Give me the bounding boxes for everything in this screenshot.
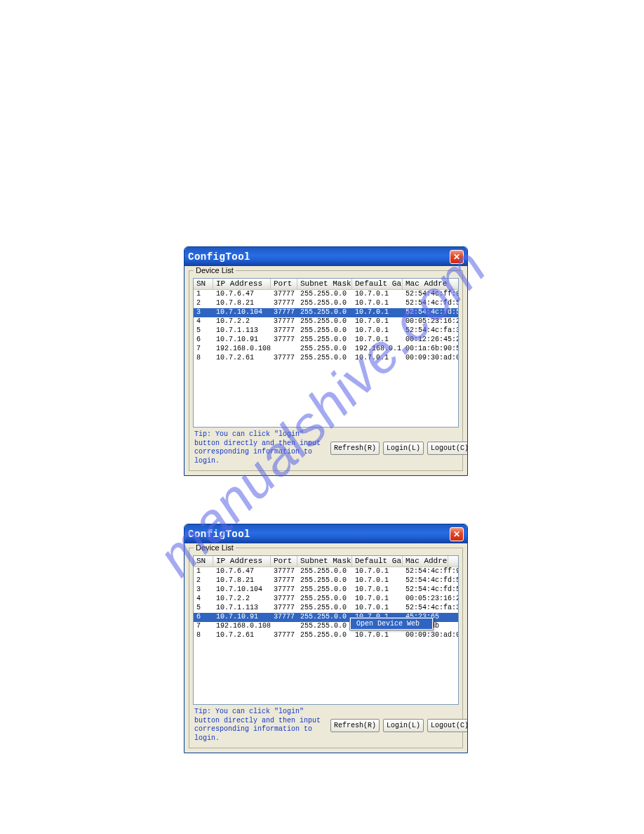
table-cell: 255.255.0.0 [297, 345, 352, 354]
table-cell: 10.7.0.1 [352, 299, 403, 308]
table-cell: 37777 [271, 354, 297, 363]
config-tool-window: ConfigTool ✕ Device List SN IP Address P… [184, 524, 468, 753]
table-cell: 255.255.0.0 [297, 622, 352, 631]
table-cell: 52:54:4c:ff:90:5d [403, 567, 458, 576]
table-row[interactable]: 410.7.2.237777255.255.0.010.7.0.100:05:2… [194, 595, 458, 604]
login-button[interactable]: Login(L) [383, 719, 424, 732]
table-cell: 00:09:30:ad:00:12 [403, 354, 458, 363]
group-label: Device List [194, 543, 236, 552]
header-mask[interactable]: Subnet Mask [297, 279, 352, 289]
refresh-button[interactable]: Refresh(R) [330, 719, 380, 732]
table-cell: 52:54:4c:fa:35:37 [403, 604, 458, 613]
table-row[interactable]: 310.7.10.10437777255.255.0.010.7.0.152:5… [194, 308, 458, 317]
table-cell: 37777 [271, 595, 297, 604]
table-cell: 255.255.0.0 [297, 576, 352, 585]
table-cell: 8 [194, 354, 213, 363]
header-port[interactable]: Port [271, 556, 297, 567]
table-cell: 255.255.0.0 [297, 326, 352, 336]
table-cell: 52:54:4c:fa:35:37 [403, 326, 458, 336]
table-cell: 52:54:4c:fd:58:51 [403, 585, 458, 595]
table-row[interactable]: 510.7.1.11337777255.255.0.010.7.0.152:54… [194, 604, 458, 613]
device-list[interactable]: SN IP Address Port Subnet Mask Default G… [193, 555, 459, 705]
table-row[interactable]: 210.7.8.2137777255.255.0.010.7.0.152:54:… [194, 299, 458, 308]
table-cell: 10.7.6.47 [213, 290, 271, 299]
device-list[interactable]: SN IP Address Port Subnet Mask Default G… [193, 278, 459, 428]
table-cell: 00:09:30:ad:00:12 [403, 631, 458, 640]
close-icon[interactable]: ✕ [450, 527, 464, 541]
header-ip[interactable]: IP Address [213, 556, 271, 567]
close-icon[interactable]: ✕ [450, 250, 464, 264]
table-row[interactable]: 810.7.2.6137777255.255.0.010.7.0.100:09:… [194, 631, 458, 640]
table-row[interactable]: 810.7.2.6137777255.255.0.010.7.0.100:09:… [194, 354, 458, 363]
header-sn[interactable]: SN [194, 279, 213, 289]
logout-button[interactable]: Logout(C) [427, 442, 468, 455]
table-row[interactable]: 210.7.8.2137777255.255.0.010.7.0.152:54:… [194, 576, 458, 585]
tip-text: Tip: You can click "login" button direct… [194, 708, 328, 743]
header-mac[interactable]: Mac Address [403, 279, 448, 289]
table-cell: 10.7.10.91 [213, 336, 271, 345]
context-menu[interactable]: Open Device Web [349, 617, 434, 630]
table-cell: 255.255.0.0 [297, 595, 352, 604]
table-cell: 10.7.0.1 [352, 576, 403, 585]
header-port[interactable]: Port [271, 279, 297, 289]
button-bar: Refresh(R) Login(L) Logout(C) [330, 719, 468, 732]
header-sn[interactable]: SN [194, 556, 213, 567]
table-cell: 3 [194, 308, 213, 317]
table-row[interactable]: 110.7.6.4737777255.255.0.010.7.0.152:54:… [194, 290, 458, 299]
table-cell: 2 [194, 299, 213, 308]
device-list-group: Device List SN IP Address Port Subnet Ma… [189, 270, 463, 471]
refresh-button[interactable]: Refresh(R) [330, 442, 380, 455]
table-cell: 37777 [271, 613, 297, 622]
title-bar[interactable]: ConfigTool ✕ [185, 247, 467, 266]
table-cell: 52:54:4c:fd:58:51 [403, 308, 458, 317]
table-cell: 255.255.0.0 [297, 317, 352, 326]
header-mac[interactable]: Mac Address [403, 556, 448, 567]
table-cell: 10.7.0.1 [352, 604, 403, 613]
table-cell: 10.7.0.1 [352, 354, 403, 363]
table-cell: 8 [194, 631, 213, 640]
table-cell: 255.255.0.0 [297, 354, 352, 363]
table-cell: 4 [194, 595, 213, 604]
logout-button[interactable]: Logout(C) [427, 719, 468, 732]
table-cell: 37777 [271, 336, 297, 345]
table-cell: 10.7.0.1 [352, 336, 403, 345]
table-row[interactable]: 510.7.1.11337777255.255.0.010.7.0.152:54… [194, 326, 458, 336]
table-cell: 255.255.0.0 [297, 585, 352, 595]
table-cell: 10.7.10.91 [213, 613, 271, 622]
table-cell: 255.255.0.0 [297, 631, 352, 640]
table-cell: 37777 [271, 631, 297, 640]
table-cell: 255.255.0.0 [297, 290, 352, 299]
table-cell [271, 622, 297, 631]
group-label: Device List [194, 266, 236, 274]
table-cell: 255.255.0.0 [297, 299, 352, 308]
table-row[interactable]: 7192.168.0.108255.255.0.0192.168.0.100:1… [194, 345, 458, 354]
header-gateway[interactable]: Default Gat... [352, 279, 403, 289]
table-cell: 7 [194, 345, 213, 354]
table-row[interactable]: 110.7.6.4737777255.255.0.010.7.0.152:54:… [194, 567, 458, 576]
header-gateway[interactable]: Default Gat... [352, 556, 403, 567]
table-cell: 37777 [271, 308, 297, 317]
table-cell: 192.168.0.108 [213, 622, 271, 631]
table-cell: 00:1a:6b:90:57:db [403, 345, 458, 354]
header-ip[interactable]: IP Address [213, 279, 271, 289]
table-cell: 00:12:26:45:23:65 [403, 336, 458, 345]
table-cell: 00:05:23:16:24:48 [403, 317, 458, 326]
table-row[interactable]: 410.7.2.237777255.255.0.010.7.0.100:05:2… [194, 317, 458, 326]
table-cell: 37777 [271, 576, 297, 585]
config-tool-window: ConfigTool ✕ Device List SN IP Address P… [184, 246, 468, 476]
table-row[interactable]: 610.7.10.9137777255.255.0.010.7.0.100:12… [194, 336, 458, 345]
context-menu-item-open-web[interactable]: Open Device Web [351, 618, 432, 629]
table-cell: 5 [194, 326, 213, 336]
table-cell: 4 [194, 317, 213, 326]
table-cell: 10.7.0.1 [352, 326, 403, 336]
header-mask[interactable]: Subnet Mask [297, 556, 352, 567]
window-title: ConfigTool [188, 251, 250, 263]
table-cell [271, 345, 297, 354]
table-row[interactable]: 310.7.10.10437777255.255.0.010.7.0.152:5… [194, 585, 458, 595]
header-spacer [448, 556, 458, 567]
table-cell: 37777 [271, 317, 297, 326]
table-cell: 37777 [271, 585, 297, 595]
table-cell: 10.7.10.104 [213, 585, 271, 595]
login-button[interactable]: Login(L) [383, 442, 424, 455]
title-bar[interactable]: ConfigTool ✕ [185, 524, 467, 543]
